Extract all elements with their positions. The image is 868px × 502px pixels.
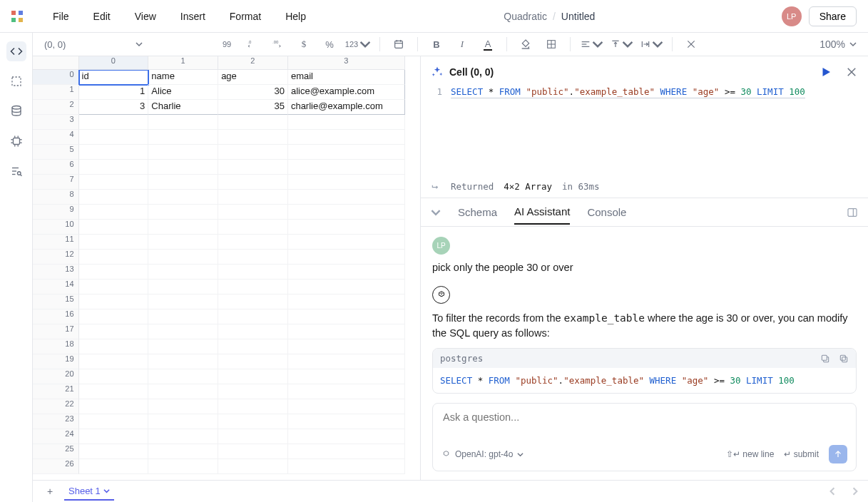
row-header[interactable]: 22: [33, 399, 79, 414]
grid-cell[interactable]: [218, 414, 288, 429]
grid-cell[interactable]: [288, 309, 405, 324]
grid-cell[interactable]: [79, 160, 149, 175]
grid-cell[interactable]: [288, 429, 405, 444]
app-logo[interactable]: [6, 5, 29, 28]
grid-cell[interactable]: [148, 309, 218, 324]
grid-cell[interactable]: [148, 414, 218, 429]
row-header[interactable]: 4: [33, 130, 79, 145]
code-editor[interactable]: 1 SELECT * FROM "public"."example_table"…: [421, 82, 868, 104]
row-header[interactable]: 7: [33, 175, 79, 190]
row-header[interactable]: 9: [33, 205, 79, 220]
ask-input[interactable]: [441, 411, 847, 424]
grid-cell[interactable]: [79, 250, 149, 265]
currency-button[interactable]: $: [292, 34, 315, 54]
grid-cell[interactable]: [218, 444, 288, 459]
user-avatar[interactable]: LP: [782, 6, 802, 26]
clear-format-button[interactable]: [680, 34, 703, 54]
align-vertical-button[interactable]: [608, 34, 635, 54]
grid-cell[interactable]: [148, 235, 218, 250]
grid-cell[interactable]: [218, 399, 288, 414]
wrap-button[interactable]: [638, 34, 665, 54]
grid-cell[interactable]: [288, 444, 405, 459]
grid-cell[interactable]: [148, 384, 218, 399]
grid-cell[interactable]: [288, 175, 405, 190]
grid-cell[interactable]: [218, 115, 288, 130]
grid-cell[interactable]: [79, 235, 149, 250]
grid-cell[interactable]: [79, 414, 149, 429]
menu-file[interactable]: File: [41, 6, 81, 26]
grid-cell[interactable]: [288, 265, 405, 280]
grid-cell[interactable]: Charlie: [148, 100, 218, 115]
grid-cell[interactable]: [148, 324, 218, 339]
grid-cell[interactable]: [218, 235, 288, 250]
grid-cell[interactable]: [218, 220, 288, 235]
row-header[interactable]: 12: [33, 250, 79, 265]
menu-format[interactable]: Format: [218, 6, 272, 26]
grid-cell[interactable]: [79, 115, 149, 130]
share-button[interactable]: Share: [809, 6, 857, 26]
sheet-next-button[interactable]: [851, 487, 859, 496]
grid-cell[interactable]: 35: [218, 100, 288, 115]
grid-cell[interactable]: [218, 294, 288, 309]
grid-cell[interactable]: [148, 145, 218, 160]
grid-cell[interactable]: [148, 220, 218, 235]
grid-cell[interactable]: [288, 205, 405, 220]
row-header[interactable]: 25: [33, 444, 79, 459]
fill-color-button[interactable]: [514, 34, 537, 54]
grid-cell[interactable]: [288, 160, 405, 175]
database-icon[interactable]: [6, 101, 26, 121]
auto-format-button[interactable]: 123: [344, 34, 372, 54]
insert-code-icon[interactable]: [820, 354, 830, 364]
grid-cell[interactable]: [79, 294, 149, 309]
search-settings-icon[interactable]: [6, 161, 26, 181]
row-header[interactable]: 21: [33, 384, 79, 399]
menu-edit[interactable]: Edit: [82, 6, 122, 26]
grid-cell[interactable]: [148, 459, 218, 474]
sheet-tab[interactable]: Sheet 1: [64, 483, 114, 501]
grid-cell[interactable]: [148, 115, 218, 130]
grid-cell[interactable]: charlie@example.com: [288, 100, 405, 115]
grid-cell[interactable]: [288, 250, 405, 265]
column-header[interactable]: 1: [148, 56, 218, 70]
percent-button[interactable]: %: [318, 34, 341, 54]
grid-cell[interactable]: age: [218, 70, 288, 85]
grid-cell[interactable]: [148, 294, 218, 309]
grid-cell[interactable]: [79, 354, 149, 369]
grid-cell[interactable]: [79, 220, 149, 235]
column-header[interactable]: 0: [79, 56, 149, 70]
row-header[interactable]: 23: [33, 414, 79, 429]
grid-cell[interactable]: [288, 384, 405, 399]
grid-cell[interactable]: [218, 309, 288, 324]
grid-cell[interactable]: [288, 115, 405, 130]
text-color-button[interactable]: A: [476, 34, 499, 54]
grid-cell[interactable]: [79, 399, 149, 414]
grid-cell[interactable]: [148, 130, 218, 145]
chip-icon[interactable]: [6, 131, 26, 151]
grid-cell[interactable]: name: [148, 70, 218, 85]
row-header[interactable]: 5: [33, 145, 79, 160]
grid-cell[interactable]: [218, 280, 288, 294]
grid-cell[interactable]: [79, 369, 149, 384]
align-horizontal-button[interactable]: [578, 34, 605, 54]
grid-cell[interactable]: [148, 369, 218, 384]
zoom-value[interactable]: 100%: [820, 39, 845, 50]
menu-view[interactable]: View: [123, 6, 168, 26]
send-button[interactable]: [829, 445, 847, 463]
grid-cell[interactable]: [288, 190, 405, 205]
grid-cell[interactable]: [218, 339, 288, 354]
grid-cell[interactable]: [79, 175, 149, 190]
grid-cell[interactable]: [218, 384, 288, 399]
grid-cell[interactable]: [218, 369, 288, 384]
grid-cell[interactable]: [288, 414, 405, 429]
add-sheet-button[interactable]: +: [41, 486, 58, 497]
code-icon[interactable]: [6, 41, 26, 61]
row-header[interactable]: 18: [33, 339, 79, 354]
grid-cell[interactable]: [218, 354, 288, 369]
spreadsheet-grid[interactable]: 01230idnameageemail11Alice30alice@exampl…: [33, 56, 420, 480]
row-header[interactable]: 6: [33, 160, 79, 175]
grid-cell[interactable]: [79, 190, 149, 205]
grid-cell[interactable]: [288, 220, 405, 235]
grid-cell[interactable]: [79, 265, 149, 280]
grid-cell[interactable]: email: [288, 70, 405, 85]
grid-cell[interactable]: [288, 145, 405, 160]
